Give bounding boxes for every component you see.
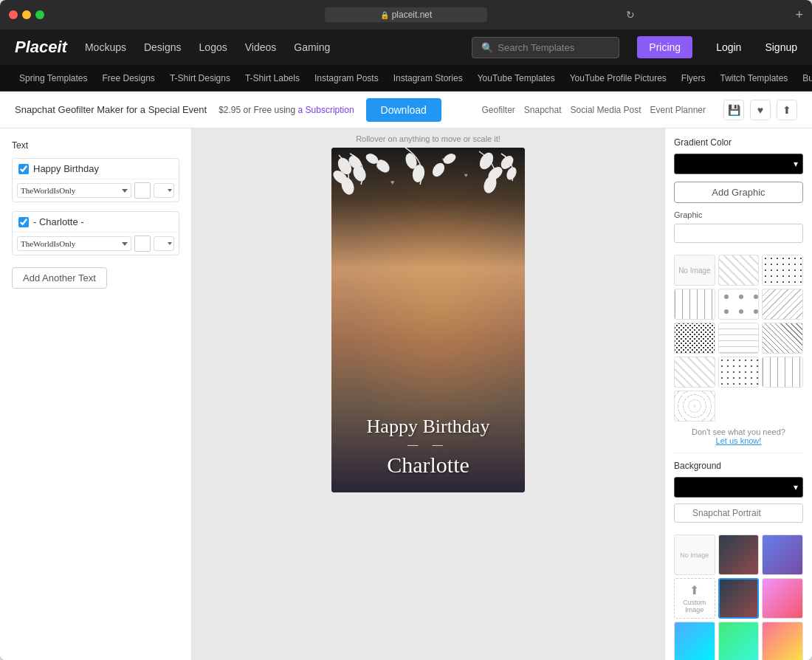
login-button[interactable]: Login (716, 41, 741, 53)
upload-icon: ⬆ (689, 583, 699, 597)
fullscreen-button[interactable] (35, 10, 44, 19)
bg-cell-2[interactable] (762, 534, 803, 575)
graphic-cell-2[interactable] (762, 255, 803, 286)
graphic-label: Graphic (674, 210, 803, 219)
titlebar: placeit.net ↻ + (0, 0, 812, 30)
add-text-button[interactable]: Add Another Text (12, 267, 107, 289)
bg-cell-4[interactable] (762, 578, 803, 619)
text-checkbox-2[interactable] (18, 217, 29, 227)
nav-videos[interactable]: Videos (245, 41, 277, 53)
app-window: placeit.net ↻ + Placeit Mockups Designs … (0, 0, 812, 660)
bg-dropdown[interactable]: ▾ (674, 477, 803, 498)
graphic-cell-7[interactable] (718, 323, 760, 354)
nav-logos[interactable]: Logos (199, 41, 227, 53)
graphic-cell-1[interactable] (718, 255, 760, 286)
graphic-cell-6[interactable] (674, 323, 715, 354)
search-icon: 🔍 (481, 42, 493, 53)
bg-search-input[interactable] (674, 503, 803, 523)
tag-event-planner[interactable]: Event Planner (650, 105, 706, 115)
tag-social-media[interactable]: Social Media Post (571, 105, 641, 115)
sub-nav-business-cards[interactable]: Business Cards (795, 73, 812, 83)
logo[interactable]: Placeit (15, 38, 67, 57)
sub-nav-instagram-posts[interactable]: Instagram Posts (307, 73, 386, 83)
svg-point-7 (477, 151, 496, 172)
sub-nav-tshirt-designs[interactable]: T-Shirt Designs (162, 73, 238, 83)
sub-nav: Spring Templates Free Designs T-Shirt De… (0, 65, 812, 92)
sub-nav-youtube-templates[interactable]: YouTube Templates (470, 73, 562, 83)
canvas-text-line1[interactable]: Happy Birthday (331, 416, 525, 438)
save-button[interactable]: 💾 (723, 100, 744, 120)
url-text: placeit.net (392, 10, 433, 20)
gradient-dropdown[interactable]: ▾ (674, 154, 803, 174)
text-row-2: TheWorldIsOnly (12, 211, 179, 255)
gradient-label: Gradient Color (674, 137, 803, 148)
graphic-no-image[interactable]: No Image (674, 255, 715, 286)
graphic-cell-8[interactable] (762, 323, 803, 354)
bg-cell-3[interactable] (718, 578, 760, 619)
canvas-frame[interactable]: ♥ ♥ ♥ ♥ Happy Birthda (331, 148, 525, 492)
refresh-icon[interactable]: ↻ (626, 9, 635, 21)
add-graphic-button[interactable]: Add Graphic (674, 182, 803, 203)
tag-snapchat[interactable]: Snapchat (524, 105, 562, 115)
save-icon: 💾 (728, 104, 740, 116)
favorite-button[interactable]: ♥ (750, 100, 771, 120)
toolbar-icons: 💾 ♥ ⬆ (723, 100, 797, 120)
see-more-link[interactable]: Let us know! (716, 436, 762, 445)
share-button[interactable]: ⬆ (777, 100, 797, 120)
nav-gaming[interactable]: Gaming (294, 41, 330, 53)
search-box[interactable]: 🔍 (472, 37, 619, 58)
sub-nav-instagram-stories[interactable]: Instagram Stories (386, 73, 470, 83)
font-size-select-1[interactable] (154, 183, 174, 198)
bg-cell-1[interactable] (718, 534, 760, 575)
price-info: $2.95 or Free using a Subscription (219, 105, 354, 115)
search-input[interactable] (498, 42, 610, 53)
graphic-cell-4[interactable] (718, 289, 760, 320)
color-swatch-2[interactable] (134, 236, 151, 252)
subscription-link[interactable]: a Subscription (298, 105, 354, 115)
font-select-1[interactable]: TheWorldIsOnly (17, 183, 131, 198)
bg-cell-5[interactable] (674, 622, 715, 660)
sub-nav-youtube-profile[interactable]: YouTube Profile Pictures (562, 73, 674, 83)
text-input-1[interactable] (33, 163, 173, 174)
font-select-2[interactable]: TheWorldIsOnly (17, 236, 131, 251)
graphic-cell-11[interactable] (762, 357, 803, 388)
sub-nav-spring-templates[interactable]: Spring Templates (12, 73, 95, 83)
url-bar[interactable]: placeit.net (325, 7, 487, 22)
signup-button[interactable]: Signup (765, 41, 797, 53)
graphic-cell-3[interactable] (674, 289, 715, 320)
sub-nav-twitch-templates[interactable]: Twitch Templates (713, 73, 796, 83)
close-button[interactable] (9, 10, 18, 19)
sub-nav-tshirt-labels[interactable]: T-Shirt Labels (238, 73, 307, 83)
color-swatch-1[interactable] (134, 182, 151, 199)
bg-cell-6[interactable] (718, 622, 760, 660)
text-panel-label: Text (12, 140, 179, 151)
bg-search-wrap: 🔍 (674, 503, 803, 529)
svg-text:♥: ♥ (390, 179, 394, 186)
tag-geofilter[interactable]: Geofilter (481, 105, 515, 115)
new-tab-button[interactable]: + (795, 7, 803, 23)
traffic-lights (9, 10, 44, 19)
graphic-cell-12[interactable] (674, 391, 715, 422)
graphic-cell-10[interactable] (718, 357, 760, 388)
main-nav: Placeit Mockups Designs Logos Videos Gam… (0, 30, 812, 65)
nav-mockups[interactable]: Mockups (85, 41, 126, 53)
font-size-select-2[interactable] (154, 236, 174, 251)
bg-grid: No Image ⬆ CustomImage (674, 534, 803, 660)
bg-no-image[interactable]: No Image (674, 534, 715, 575)
download-button[interactable]: Download (366, 98, 441, 122)
nav-designs[interactable]: Designs (144, 41, 182, 53)
graphic-cell-5[interactable] (762, 289, 803, 320)
graphic-cell-9[interactable] (674, 357, 715, 388)
bg-cell-7[interactable] (762, 622, 803, 660)
text-input-2[interactable] (33, 216, 173, 227)
main-content: Text TheWorldIsOnly (0, 128, 812, 660)
graphic-select[interactable] (674, 224, 803, 243)
text-checkbox-1[interactable] (18, 164, 29, 174)
bg-custom-image[interactable]: ⬆ CustomImage (674, 578, 715, 619)
toolbar-tags: Geofilter Snapchat Social Media Post Eve… (481, 105, 706, 115)
gradient-dropdown-arrow: ▾ (794, 159, 798, 169)
sub-nav-flyers[interactable]: Flyers (674, 73, 713, 83)
sub-nav-free-designs[interactable]: Free Designs (95, 73, 162, 83)
minimize-button[interactable] (22, 10, 31, 19)
pricing-button[interactable]: Pricing (637, 36, 692, 58)
